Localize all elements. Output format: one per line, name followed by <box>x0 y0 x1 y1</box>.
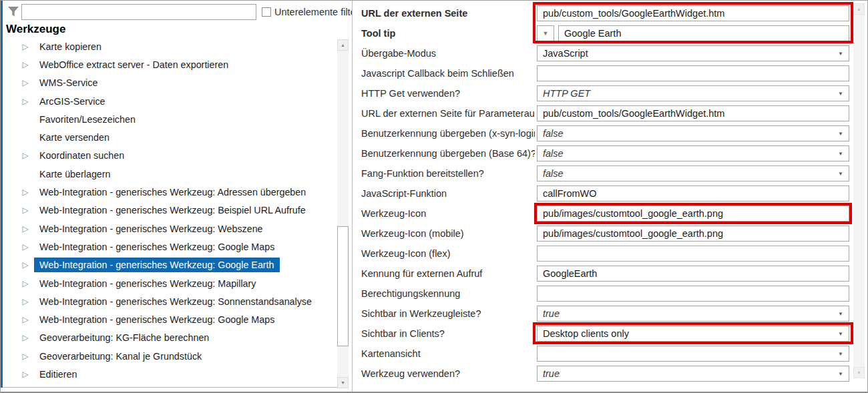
property-input-wrap[interactable] <box>537 5 849 21</box>
chevron-right-icon[interactable]: ▷ <box>21 297 30 306</box>
tree-scrollbar-thumb[interactable] <box>337 226 349 346</box>
tree-item[interactable]: ▷Web-Integration - generisches Werkzeug:… <box>3 310 349 328</box>
triangle-up-icon: ▲ <box>341 43 345 47</box>
tree-item[interactable]: ▷Karte kopieren <box>3 37 349 55</box>
property-input[interactable] <box>537 286 849 301</box>
property-input-wrap[interactable] <box>537 206 849 222</box>
chevron-right-icon[interactable]: ▷ <box>21 97 30 106</box>
chevron-down-icon: ▼ <box>543 30 549 37</box>
property-input[interactable] <box>537 226 849 241</box>
property-row: Werkzeug verwenden?true▼ <box>353 364 867 384</box>
chevron-down-icon: ▼ <box>838 331 843 337</box>
select-value: HTTP GET <box>537 88 596 99</box>
property-input[interactable] <box>537 266 849 281</box>
property-select[interactable]: HTTP GET▼ <box>537 85 849 101</box>
property-input[interactable] <box>537 206 849 221</box>
property-label: Werkzeug-Icon (mobile) <box>361 228 535 239</box>
chevron-right-icon[interactable]: ▷ <box>21 60 30 69</box>
tree-item-label: Web-Integration - generisches Werkzeug: … <box>34 222 268 236</box>
tree-item[interactable]: ▷Web-Integration - generisches Werkzeug:… <box>3 183 349 201</box>
properties-scrollbar[interactable]: ▲ ▼ <box>853 3 865 378</box>
chevron-right-icon[interactable]: ▷ <box>21 187 30 197</box>
property-input[interactable] <box>537 6 849 21</box>
tree-item[interactable]: ▷Web-Integration - generisches Werkzeug:… <box>3 292 349 310</box>
chevron-right-icon[interactable]: ▷ <box>21 242 30 252</box>
property-input-wrap[interactable] <box>537 185 849 202</box>
scroll-up-button[interactable]: ▲ <box>853 3 865 15</box>
tree-item[interactable]: ▷Geoverarbeitung: KG-Fläche berechnen <box>3 329 349 347</box>
property-select[interactable]: ▼ <box>537 346 849 362</box>
chevron-down-icon: ▼ <box>838 91 843 97</box>
tree-scrollbar[interactable]: ▲ ▼ <box>337 39 349 388</box>
tree-item[interactable]: ▷Geoverarbeitung: Kanal je Grundstück <box>3 347 349 365</box>
chevron-down-icon: ▼ <box>838 151 843 157</box>
chevron-right-icon[interactable]: ▷ <box>21 151 30 160</box>
tree-item[interactable]: ▷ArcGIS-Service <box>3 92 349 110</box>
chevron-right-icon[interactable]: ▷ <box>21 260 30 270</box>
property-select[interactable]: true▼ <box>537 306 849 322</box>
chevron-right-icon[interactable]: ▷ <box>21 42 30 51</box>
property-grid: URL der externen SeiteTool tip▼Übergabe-… <box>353 3 867 384</box>
property-select[interactable]: false▼ <box>537 145 849 161</box>
page-title: Werkzeuge <box>6 23 65 36</box>
tree-item-label: Web-Integration - generisches Werkzeug: … <box>34 258 280 272</box>
chevron-right-icon[interactable]: ▷ <box>21 224 30 234</box>
property-input[interactable] <box>537 106 849 121</box>
tree-item[interactable]: ▷Web-Integration - generisches Werkzeug:… <box>3 220 349 238</box>
tree-item[interactable]: ▷Koordinaten suchen <box>3 147 349 165</box>
tree-item[interactable]: Favoriten/Lesezeichen <box>3 110 349 128</box>
scroll-down-button[interactable]: ▼ <box>853 367 865 378</box>
chevron-right-icon[interactable]: ▷ <box>21 333 30 342</box>
property-select[interactable]: true▼ <box>537 366 849 382</box>
tree-item[interactable]: Karte überlagern <box>3 165 349 183</box>
tree-item[interactable]: ▷ <box>3 384 349 388</box>
tree-item[interactable]: ▷Web-Integration - generisches Werkzeug:… <box>3 274 349 292</box>
property-row: JavaScript-Funktion <box>353 183 867 204</box>
tree-item[interactable]: ▷WebOffice extract server - Daten export… <box>3 55 349 73</box>
property-select[interactable]: false▼ <box>537 165 849 181</box>
tree-item[interactable]: ▷Web-Integration - generisches Werkzeug:… <box>3 238 349 256</box>
property-input[interactable] <box>537 66 849 81</box>
property-select[interactable]: Desktop clients only▼ <box>537 326 849 342</box>
property-input-wrap[interactable] <box>537 226 849 242</box>
property-row: Berechtigungskennung <box>353 284 867 304</box>
chevron-right-icon[interactable]: ▷ <box>21 279 30 288</box>
tooltip-dropdown-button[interactable]: ▼ <box>537 25 554 41</box>
scroll-down-button[interactable]: ▼ <box>337 377 349 388</box>
property-select[interactable]: JavaScript▼ <box>537 45 849 61</box>
property-input-wrap[interactable] <box>537 105 849 121</box>
property-select[interactable]: false▼ <box>537 125 849 141</box>
chevron-right-icon[interactable]: ▷ <box>21 206 30 215</box>
chevron-right-icon[interactable]: ▷ <box>21 370 30 379</box>
select-value: true <box>537 308 565 319</box>
property-input-wrap[interactable] <box>537 286 849 302</box>
subelements-filter-checkbox[interactable] <box>262 7 271 17</box>
property-row: Werkzeug-Icon <box>353 204 867 224</box>
scroll-up-button[interactable]: ▲ <box>337 39 349 51</box>
tree-item-label: Web-Integration - generisches Werkzeug: … <box>34 185 311 200</box>
property-row: Werkzeug-Icon (flex) <box>353 244 867 264</box>
property-input[interactable] <box>537 246 849 261</box>
chevron-right-icon[interactable]: ▷ <box>21 352 30 361</box>
property-input[interactable] <box>537 186 849 201</box>
property-input-wrap[interactable] <box>537 246 849 262</box>
property-label: URL der externen Seite für Parameteraust… <box>361 108 535 119</box>
property-label: Fang-Funktion bereitstellen? <box>361 168 535 179</box>
chevron-down-icon: ▼ <box>838 371 843 377</box>
property-input-wrap[interactable] <box>537 65 849 81</box>
filter-input[interactable] <box>21 4 256 20</box>
chevron-right-icon[interactable]: ▷ <box>21 78 30 87</box>
tree-item[interactable]: Karte versenden <box>3 128 349 146</box>
property-label: Benutzerkennung übergeben (x-syn-login)? <box>361 128 535 139</box>
property-input-wrap[interactable] <box>558 25 849 41</box>
property-input-wrap[interactable] <box>537 266 849 282</box>
property-label: Sichtbar in Clients? <box>361 328 535 339</box>
tree-item[interactable]: ▷Web-Integration - generisches Werkzeug:… <box>3 256 349 274</box>
triangle-down-icon: ▼ <box>857 370 861 375</box>
chevron-right-icon[interactable]: ▷ <box>21 315 30 324</box>
tree-item[interactable]: ▷WMS-Service <box>3 74 349 92</box>
property-input[interactable] <box>559 26 849 41</box>
tree-item[interactable]: ▷Web-Integration - generisches Werkzeug:… <box>3 202 349 220</box>
tree-item[interactable]: ▷Editieren <box>3 365 349 383</box>
tree-item-label: Koordinaten suchen <box>34 148 130 163</box>
